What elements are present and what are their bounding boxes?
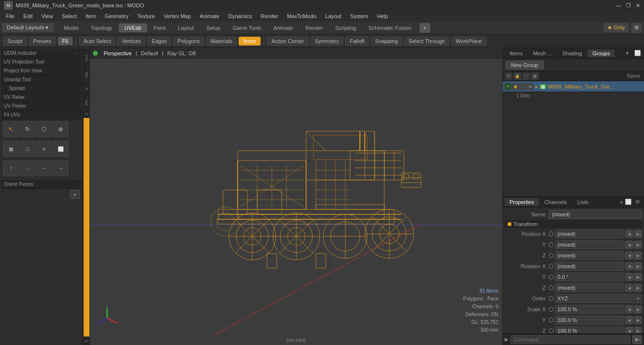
materials-button[interactable]: Materials <box>206 37 237 46</box>
tool-icon-lines[interactable]: ≡ <box>36 141 52 157</box>
menu-dynamics[interactable]: Dynamics <box>224 12 256 20</box>
default-label[interactable]: Default <box>141 50 158 56</box>
tab-schematic-fusion[interactable]: Schematic Fusion <box>362 23 417 32</box>
settings-button[interactable]: ⚙ <box>631 23 642 33</box>
falloff-button[interactable]: Falloff <box>345 37 369 46</box>
viewport[interactable]: Perspective | Default | Ray GL: Off ⊕ ↻ … <box>90 48 502 345</box>
menu-vertex-map[interactable]: Vertex Map <box>160 12 195 20</box>
tab-model[interactable]: Model <box>58 23 85 32</box>
auto-select-button[interactable]: Auto Select <box>79 37 115 46</box>
ray-gl-label[interactable]: Ray GL: Off <box>167 50 196 56</box>
side-label-fi[interactable]: fi <box>84 337 89 345</box>
scale-y-value[interactable]: 100.0 % <box>555 316 624 324</box>
side-label-active[interactable] <box>84 118 89 336</box>
rp-tab-items[interactable]: Items <box>505 49 528 57</box>
rot-x-right[interactable]: ▶ <box>634 262 642 270</box>
rot-x-left[interactable]: ◀ <box>625 262 633 270</box>
rotation-y-value[interactable]: 0.0 ° <box>555 273 624 281</box>
rot-z-left[interactable]: ◀ <box>625 284 633 292</box>
side-label-v[interactable]: V... <box>84 81 89 93</box>
add-tab-button[interactable]: + <box>420 23 430 33</box>
prop-tab-lists[interactable]: Lists <box>573 198 594 206</box>
tool-icon-box[interactable]: ⬜ <box>53 141 68 157</box>
tab-topology[interactable]: Topology <box>85 23 118 32</box>
scale-x-left[interactable]: ◀ <box>625 305 633 313</box>
menu-maxtomodo[interactable]: MaxToModo <box>283 12 320 20</box>
close-btn[interactable]: ✕ <box>636 2 640 9</box>
menu-system[interactable]: System <box>346 12 372 20</box>
fit-uvs-section[interactable]: Fit UVs <box>1 111 82 119</box>
menu-view[interactable]: View <box>38 12 57 20</box>
scale-z-left[interactable]: ◀ <box>625 327 633 333</box>
unwrap-tool-section[interactable]: Unwrap Tool <box>1 75 82 84</box>
menu-render[interactable]: Render <box>257 12 282 20</box>
scale-z-value[interactable]: 100.0 % <box>555 326 624 333</box>
menu-file[interactable]: File <box>2 12 19 20</box>
prop-tab-add[interactable]: + <box>620 198 623 206</box>
rot-z-right[interactable]: ▶ <box>634 284 642 292</box>
tab-setup[interactable]: Setup <box>200 23 226 32</box>
tab-game-tools[interactable]: Game Tools <box>227 23 267 32</box>
prop-expand-btn[interactable]: ⬜ <box>624 198 633 207</box>
workplane-button[interactable]: WorkPlane <box>451 37 487 46</box>
menu-select[interactable]: Select <box>58 12 81 20</box>
polygons-button[interactable]: Polygons <box>173 37 204 46</box>
prop-settings-btn[interactable]: ⚙ <box>633 198 642 207</box>
tab-animate[interactable]: Animate <box>267 23 299 32</box>
prop-tab-properties[interactable]: Properties <box>505 198 539 206</box>
rotation-z-value[interactable]: (mixed) <box>555 283 624 292</box>
transform-section[interactable]: Transform <box>505 220 642 228</box>
tool-icon-down[interactable]: ↓ <box>20 161 35 176</box>
scale-y-right[interactable]: ▶ <box>634 316 642 324</box>
command-arrow-icon[interactable]: ▶ <box>505 337 509 342</box>
pos-z-left[interactable]: ◀ <box>625 252 633 259</box>
sculpt-button[interactable]: Sculpt <box>3 37 27 46</box>
pos-z-right[interactable]: ▶ <box>634 252 642 259</box>
prop-tab-channels[interactable]: Channels <box>539 198 572 206</box>
item-lock-icon[interactable]: 🔒 <box>512 83 519 90</box>
rp-tab-shading[interactable]: Shading <box>557 49 587 57</box>
side-label-po[interactable]: Po... <box>84 93 89 109</box>
project-from-view-section[interactable]: Project from View <box>1 67 82 75</box>
tool-icon-hex[interactable]: ⬡ <box>20 141 35 157</box>
layer-col-icon[interactable]: ▦ <box>531 72 539 80</box>
tab-uvedit[interactable]: UVEdit <box>119 23 147 32</box>
uv-peeler-section[interactable]: UV Peeler <box>1 102 82 111</box>
menu-help[interactable]: Help <box>373 12 392 20</box>
pos-y-left[interactable]: ◀ <box>625 241 633 249</box>
edges-button[interactable]: Edges <box>147 37 171 46</box>
menu-geometry[interactable]: Geometry <box>101 12 132 20</box>
side-label-du[interactable]: DU... <box>84 48 89 65</box>
tool-icon-grid[interactable]: ▦ <box>3 141 19 157</box>
symmetry-button[interactable]: Symmetry <box>311 37 344 46</box>
items-button[interactable]: Items <box>239 37 261 46</box>
expand-arrow-button[interactable]: » <box>70 190 80 199</box>
lock-col-icon[interactable]: 🔒 <box>513 72 521 80</box>
tool-icon-move[interactable]: ⊕ <box>53 121 68 137</box>
menu-texture[interactable]: Texture <box>133 12 159 20</box>
name-field-value[interactable]: (mixed) <box>549 210 642 219</box>
pos-x-left[interactable]: ◀ <box>625 230 633 238</box>
tool-icon-up[interactable]: ↑ <box>3 161 19 176</box>
tab-paint[interactable]: Paint <box>148 23 172 32</box>
tool-icon-left[interactable]: ← <box>36 161 52 176</box>
item-render-icon[interactable]: □ <box>519 83 526 90</box>
presets-button[interactable]: Presets <box>29 37 56 46</box>
tab-render[interactable]: Render <box>299 23 329 32</box>
side-label-me[interactable]: Me... <box>84 65 89 81</box>
udim-indicator-section[interactable]: UDIM Indicator ⋮ <box>1 49 82 58</box>
item-row-truck[interactable]: 👁 🔒 □ ▦ ▸ ▦ M939_Military_Truck_Gre... <box>503 81 644 92</box>
snapping-button[interactable]: Snapping <box>371 37 402 46</box>
menu-item[interactable]: Item <box>82 12 100 20</box>
uv-relax-section[interactable]: UV Relax <box>1 93 82 102</box>
uv-projection-section[interactable]: UV Projection Tool <box>1 58 82 67</box>
scale-y-left[interactable]: ◀ <box>625 316 633 324</box>
rotation-x-value[interactable]: (mixed) <box>555 262 624 271</box>
position-x-value[interactable]: (mixed) <box>555 230 624 238</box>
menu-layout[interactable]: Layout <box>321 12 345 20</box>
tab-scripting[interactable]: Scripting <box>330 23 362 32</box>
item-expand-icon[interactable]: ▸ <box>535 84 538 89</box>
pos-y-right[interactable]: ▶ <box>634 241 642 249</box>
tab-layout[interactable]: Layout <box>172 23 200 32</box>
order-value[interactable]: XYZ ▾ <box>555 294 642 303</box>
